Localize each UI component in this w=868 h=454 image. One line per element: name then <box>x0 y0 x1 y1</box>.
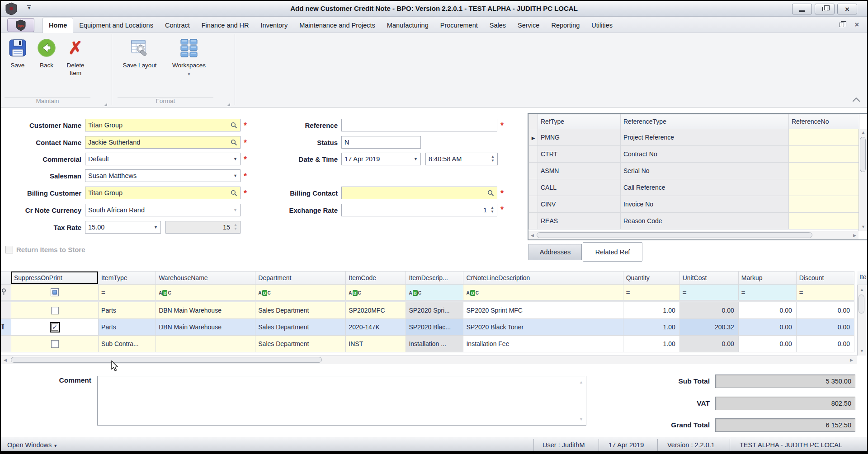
chevron-down-icon[interactable]: ▼ <box>414 157 418 161</box>
reftype-cell[interactable]: PMNG <box>538 129 621 146</box>
referenceno-cell[interactable] <box>789 179 859 196</box>
ref-row[interactable]: ▶ PMNG Project Reference <box>529 129 859 146</box>
reference-field[interactable] <box>341 119 497 131</box>
tab-manufacturing[interactable]: Manufacturing <box>381 18 434 33</box>
spinner-arrows-icon[interactable]: ▲▼ <box>491 206 494 214</box>
suppress-checkbox[interactable]: ✓ <box>51 323 58 331</box>
quantity-cell[interactable]: 1.00 <box>623 302 679 319</box>
tab-contract[interactable]: Contract <box>159 18 196 33</box>
tab-procurement[interactable]: Procurement <box>434 18 484 33</box>
column-header-quantity[interactable]: Quantity <box>623 271 679 285</box>
exchange-rate-spinner[interactable]: 1 ▲▼ <box>341 204 497 216</box>
close-button[interactable]: × <box>837 4 857 14</box>
chevron-down-icon[interactable]: ▼ <box>154 225 158 229</box>
tab-reporting[interactable]: Reporting <box>545 18 585 33</box>
vertical-scrollbar[interactable]: ▲ ▼ <box>859 129 867 231</box>
delete-item-button[interactable]: ✗ Delete Item <box>61 37 90 77</box>
department-cell[interactable]: Sales Department <box>255 319 346 336</box>
salesman-dropdown[interactable]: Susan Matthews ▼ <box>85 169 241 182</box>
scroll-up-icon[interactable]: ▲ <box>861 131 865 135</box>
tab-equipment-and-locations[interactable]: Equipment and Locations <box>73 18 159 33</box>
filter-itemdescription[interactable]: ABC <box>406 285 463 300</box>
referenceno-cell[interactable] <box>789 196 859 213</box>
quantity-cell[interactable]: 1.00 <box>623 319 679 336</box>
item-row-selected[interactable]: I ✓ Parts DBN Main Warehouse Sales Depar… <box>1 319 854 336</box>
filter-quantity[interactable]: = <box>623 285 679 300</box>
filter-itemtype[interactable]: = <box>99 285 156 300</box>
column-header-discount[interactable]: Discount <box>796 271 854 285</box>
column-header-warehousename[interactable]: WarehouseName <box>156 271 255 285</box>
reftype-cell[interactable]: ASMN <box>538 163 621 179</box>
crnote-description-cell[interactable]: SP2020 Sprint MFC <box>463 302 623 319</box>
quantity-cell[interactable]: 1.00 <box>623 336 679 352</box>
reftype-cell[interactable]: CINV <box>538 196 621 213</box>
column-header-clipped[interactable]: Ite <box>857 271 868 285</box>
filter-warehousename[interactable]: ABC <box>156 285 255 300</box>
horizontal-scrollbar[interactable]: ◀ ▶ <box>528 231 859 239</box>
markup-cell[interactable]: 0.00 <box>738 336 796 352</box>
items-vertical-scrollbar[interactable]: ▲ ▼ <box>857 285 866 356</box>
markup-cell[interactable]: 0.00 <box>738 302 796 319</box>
reftype-cell[interactable]: CALL <box>538 179 621 196</box>
referencetype-cell[interactable]: Serial No <box>621 163 789 179</box>
item-row[interactable]: ✓ Sub Contra... Sales Department INST In… <box>1 336 854 352</box>
mdi-restore-button[interactable] <box>839 23 844 27</box>
department-cell[interactable]: Sales Department <box>255 336 346 352</box>
scroll-down-icon[interactable]: ▼ <box>861 225 865 229</box>
suppress-checkbox[interactable]: ✓ <box>51 340 59 348</box>
referenceno-cell[interactable] <box>789 163 859 179</box>
date-field[interactable]: 17 Apr 2019 ▼ <box>341 153 421 165</box>
ref-row[interactable]: CTRT Contract No <box>529 146 859 163</box>
filter-crnotelinedescription[interactable]: ABC <box>463 285 623 300</box>
column-header-itemtype[interactable]: ItemType <box>99 271 156 285</box>
itemtype-cell[interactable]: Parts <box>99 302 156 319</box>
spinner-arrows-icon[interactable]: ▲▼ <box>491 155 495 163</box>
scroll-down-icon[interactable]: ▼ <box>860 349 864 353</box>
tab-related-ref[interactable]: Related Ref <box>583 242 642 262</box>
tab-home[interactable]: Home <box>42 18 73 33</box>
tab-addresses[interactable]: Addresses <box>528 244 582 260</box>
scroll-right-icon[interactable]: ▶ <box>850 358 853 362</box>
ref-row[interactable]: ASMN Serial No <box>529 163 859 179</box>
filter-markup[interactable]: = <box>738 285 796 300</box>
reftype-cell[interactable]: CTRT <box>538 146 621 163</box>
scroll-up-icon[interactable]: ▲ <box>860 288 864 292</box>
mdi-close-button[interactable]: × <box>855 21 859 29</box>
column-header-referencetype[interactable]: ReferenceType <box>621 114 789 129</box>
itemtype-cell[interactable]: Parts <box>99 319 156 336</box>
scrollbar-thumb[interactable] <box>859 295 864 314</box>
column-header-markup[interactable]: Markup <box>738 271 796 285</box>
itemcode-cell[interactable]: INST <box>346 336 406 352</box>
workspaces-button[interactable]: Workspaces ▼ <box>167 37 211 78</box>
items-horizontal-scrollbar[interactable]: ◀ ▶ <box>1 356 857 364</box>
tab-service[interactable]: Service <box>512 18 545 33</box>
tab-utilities[interactable]: Utilities <box>585 18 618 33</box>
minimize-button[interactable] <box>792 4 812 14</box>
open-windows-menu[interactable]: Open Windows ▼ <box>7 441 57 449</box>
referencetype-cell[interactable]: Call Reference <box>621 179 789 196</box>
billing-contact-field[interactable] <box>341 187 497 199</box>
filter-unitcost[interactable]: = <box>679 285 738 300</box>
discount-cell[interactable]: 0.00 <box>796 302 854 319</box>
tab-inventory[interactable]: Inventory <box>255 18 294 33</box>
ref-row[interactable]: REAS Reason Code <box>529 213 859 229</box>
column-header-itemcode[interactable]: ItemCode <box>346 271 406 285</box>
itemcode-cell[interactable]: SP2020MFC <box>346 302 406 319</box>
scrollbar-thumb[interactable] <box>11 357 322 363</box>
comment-textarea[interactable]: ▲ ▼ <box>97 376 586 426</box>
itemtype-cell[interactable]: Sub Contra... <box>99 336 156 352</box>
referencetype-cell[interactable]: Invoice No <box>621 196 789 213</box>
status-field[interactable]: N <box>341 136 421 149</box>
column-header-itemdescription[interactable]: ItemDescrip... <box>406 271 463 285</box>
markup-cell[interactable]: 0.00 <box>738 319 796 336</box>
scroll-left-icon[interactable]: ◀ <box>4 358 7 362</box>
filter-suppressonprint[interactable] <box>11 285 99 300</box>
application-menu-button[interactable]: bpo <box>7 18 34 32</box>
tab-sales[interactable]: Sales <box>484 18 512 33</box>
crnote-description-cell[interactable]: SP2020 Black Toner <box>463 319 623 336</box>
restore-button[interactable] <box>815 4 835 14</box>
filter-department[interactable]: ABC <box>255 285 346 300</box>
column-header-crnotelinedescription[interactable]: CrNoteLineDescription <box>463 271 623 285</box>
tax-rate-dropdown[interactable]: 15.00 ▼ <box>85 221 161 234</box>
suppress-checkbox[interactable]: ✓ <box>51 307 59 314</box>
